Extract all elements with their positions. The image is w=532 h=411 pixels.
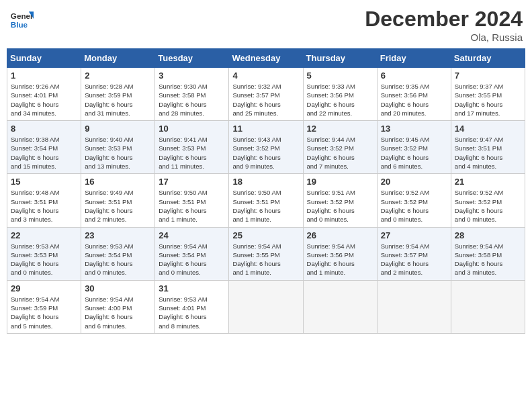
day-info: Sunrise: 9:54 AM Sunset: 3:54 PM Dayligh…: [159, 242, 225, 277]
weekday-header-saturday: Saturday: [451, 49, 525, 68]
day-number: 23: [85, 230, 151, 240]
day-number: 5: [307, 71, 373, 81]
calendar-cell: 28Sunrise: 9:54 AM Sunset: 3:58 PM Dayli…: [451, 227, 525, 280]
day-info: Sunrise: 9:43 AM Sunset: 3:52 PM Dayligh…: [232, 135, 299, 171]
calendar-cell: [377, 280, 451, 333]
calendar-cell: 10Sunrise: 9:41 AM Sunset: 3:53 PM Dayli…: [155, 121, 229, 174]
day-info: Sunrise: 9:54 AM Sunset: 3:55 PM Dayligh…: [232, 242, 299, 277]
day-info: Sunrise: 9:52 AM Sunset: 3:52 PM Dayligh…: [455, 188, 521, 224]
day-info: Sunrise: 9:53 AM Sunset: 3:54 PM Dayligh…: [85, 242, 151, 277]
day-info: Sunrise: 9:45 AM Sunset: 3:52 PM Dayligh…: [381, 135, 447, 171]
calendar-cell: [451, 280, 525, 333]
day-number: 1: [11, 71, 77, 81]
day-number: 28: [455, 230, 521, 240]
calendar-cell: 15Sunrise: 9:48 AM Sunset: 3:51 PM Dayli…: [7, 174, 81, 227]
week-row-3: 15Sunrise: 9:48 AM Sunset: 3:51 PM Dayli…: [7, 174, 525, 227]
calendar-cell: 5Sunrise: 9:33 AM Sunset: 3:56 PM Daylig…: [303, 68, 377, 121]
calendar-cell: 27Sunrise: 9:54 AM Sunset: 3:57 PM Dayli…: [377, 227, 451, 280]
day-number: 3: [159, 71, 225, 81]
day-info: Sunrise: 9:50 AM Sunset: 3:51 PM Dayligh…: [159, 188, 225, 224]
calendar-cell: 23Sunrise: 9:53 AM Sunset: 3:54 PM Dayli…: [81, 227, 155, 280]
day-number: 14: [455, 124, 521, 134]
day-number: 31: [159, 283, 225, 293]
calendar-cell: 26Sunrise: 9:54 AM Sunset: 3:56 PM Dayli…: [303, 227, 377, 280]
week-row-1: 1Sunrise: 9:26 AM Sunset: 4:01 PM Daylig…: [7, 68, 525, 121]
calendar-table: SundayMondayTuesdayWednesdayThursdayFrid…: [7, 48, 525, 334]
day-info: Sunrise: 9:37 AM Sunset: 3:55 PM Dayligh…: [455, 82, 521, 118]
day-info: Sunrise: 9:54 AM Sunset: 3:58 PM Dayligh…: [455, 242, 521, 277]
day-info: Sunrise: 9:30 AM Sunset: 3:58 PM Dayligh…: [159, 82, 225, 118]
day-number: 7: [455, 71, 521, 81]
weekday-header-friday: Friday: [377, 49, 451, 68]
calendar-cell: 4Sunrise: 9:32 AM Sunset: 3:57 PM Daylig…: [229, 68, 303, 121]
day-number: 30: [85, 283, 151, 293]
day-info: Sunrise: 9:50 AM Sunset: 3:51 PM Dayligh…: [232, 188, 299, 224]
day-info: Sunrise: 9:26 AM Sunset: 4:01 PM Dayligh…: [11, 82, 77, 118]
calendar-cell: 22Sunrise: 9:53 AM Sunset: 3:53 PM Dayli…: [7, 227, 81, 280]
calendar-cell: 14Sunrise: 9:47 AM Sunset: 3:51 PM Dayli…: [451, 121, 525, 174]
logo-icon: General Blue: [9, 7, 34, 31]
page-header: General Blue December 2024 Ola, Russia: [7, 7, 525, 43]
calendar-cell: 2Sunrise: 9:28 AM Sunset: 3:59 PM Daylig…: [81, 68, 155, 121]
svg-text:Blue: Blue: [11, 20, 28, 29]
day-info: Sunrise: 9:53 AM Sunset: 4:01 PM Dayligh…: [159, 295, 225, 330]
week-row-2: 8Sunrise: 9:38 AM Sunset: 3:54 PM Daylig…: [7, 121, 525, 174]
calendar-cell: [229, 280, 303, 333]
calendar-cell: 3Sunrise: 9:30 AM Sunset: 3:58 PM Daylig…: [155, 68, 229, 121]
day-info: Sunrise: 9:51 AM Sunset: 3:52 PM Dayligh…: [307, 188, 373, 224]
weekday-header-tuesday: Tuesday: [155, 49, 229, 68]
calendar-cell: 16Sunrise: 9:49 AM Sunset: 3:51 PM Dayli…: [81, 174, 155, 227]
day-number: 21: [455, 177, 521, 187]
day-info: Sunrise: 9:54 AM Sunset: 3:57 PM Dayligh…: [381, 242, 447, 277]
day-number: 4: [232, 71, 299, 81]
month-title: December 2024: [365, 7, 523, 32]
calendar-cell: 20Sunrise: 9:52 AM Sunset: 3:52 PM Dayli…: [377, 174, 451, 227]
day-number: 17: [159, 177, 225, 187]
calendar-cell: 30Sunrise: 9:54 AM Sunset: 4:00 PM Dayli…: [81, 280, 155, 333]
day-number: 12: [307, 124, 373, 134]
calendar-cell: 18Sunrise: 9:50 AM Sunset: 3:51 PM Dayli…: [229, 174, 303, 227]
calendar-cell: 13Sunrise: 9:45 AM Sunset: 3:52 PM Dayli…: [377, 121, 451, 174]
week-row-4: 22Sunrise: 9:53 AM Sunset: 3:53 PM Dayli…: [7, 227, 525, 280]
day-info: Sunrise: 9:52 AM Sunset: 3:52 PM Dayligh…: [381, 188, 447, 224]
day-number: 22: [11, 230, 77, 240]
day-number: 27: [381, 230, 447, 240]
day-info: Sunrise: 9:48 AM Sunset: 3:51 PM Dayligh…: [11, 188, 77, 224]
day-number: 26: [307, 230, 373, 240]
weekday-header-thursday: Thursday: [303, 49, 377, 68]
day-number: 18: [232, 177, 299, 187]
location: Ola, Russia: [365, 32, 523, 43]
calendar-cell: 11Sunrise: 9:43 AM Sunset: 3:52 PM Dayli…: [229, 121, 303, 174]
calendar-cell: 1Sunrise: 9:26 AM Sunset: 4:01 PM Daylig…: [7, 68, 81, 121]
day-number: 11: [232, 124, 299, 134]
day-info: Sunrise: 9:54 AM Sunset: 4:00 PM Dayligh…: [85, 295, 151, 330]
day-number: 16: [85, 177, 151, 187]
calendar-cell: 7Sunrise: 9:37 AM Sunset: 3:55 PM Daylig…: [451, 68, 525, 121]
day-info: Sunrise: 9:47 AM Sunset: 3:51 PM Dayligh…: [455, 135, 521, 171]
day-number: 15: [11, 177, 77, 187]
logo: General Blue: [9, 7, 34, 31]
weekday-header-wednesday: Wednesday: [229, 49, 303, 68]
weekday-header-row: SundayMondayTuesdayWednesdayThursdayFrid…: [7, 49, 525, 68]
calendar-cell: 17Sunrise: 9:50 AM Sunset: 3:51 PM Dayli…: [155, 174, 229, 227]
week-row-5: 29Sunrise: 9:54 AM Sunset: 3:59 PM Dayli…: [7, 280, 525, 333]
day-info: Sunrise: 9:53 AM Sunset: 3:53 PM Dayligh…: [11, 242, 77, 277]
weekday-header-monday: Monday: [81, 49, 155, 68]
calendar-cell: 29Sunrise: 9:54 AM Sunset: 3:59 PM Dayli…: [7, 280, 81, 333]
day-info: Sunrise: 9:40 AM Sunset: 3:53 PM Dayligh…: [85, 135, 151, 171]
calendar-cell: 24Sunrise: 9:54 AM Sunset: 3:54 PM Dayli…: [155, 227, 229, 280]
calendar-cell: 6Sunrise: 9:35 AM Sunset: 3:56 PM Daylig…: [377, 68, 451, 121]
day-number: 6: [381, 71, 447, 81]
day-number: 2: [85, 71, 151, 81]
calendar-cell: [303, 280, 377, 333]
day-number: 24: [159, 230, 225, 240]
day-number: 10: [159, 124, 225, 134]
day-number: 20: [381, 177, 447, 187]
calendar-cell: 19Sunrise: 9:51 AM Sunset: 3:52 PM Dayli…: [303, 174, 377, 227]
calendar-cell: 8Sunrise: 9:38 AM Sunset: 3:54 PM Daylig…: [7, 121, 81, 174]
day-number: 9: [85, 124, 151, 134]
calendar-cell: 21Sunrise: 9:52 AM Sunset: 3:52 PM Dayli…: [451, 174, 525, 227]
calendar-cell: 9Sunrise: 9:40 AM Sunset: 3:53 PM Daylig…: [81, 121, 155, 174]
calendar-cell: 31Sunrise: 9:53 AM Sunset: 4:01 PM Dayli…: [155, 280, 229, 333]
day-number: 13: [381, 124, 447, 134]
